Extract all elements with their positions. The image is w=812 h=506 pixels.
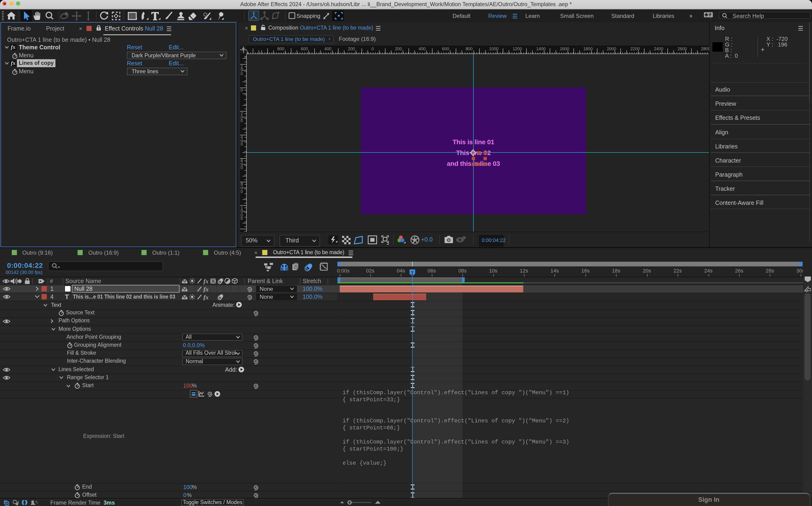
svg-text:#: # xyxy=(50,278,53,284)
svg-text:1: 1 xyxy=(50,285,54,292)
svg-text:This is...e 01 This line 02 an: This is...e 01 This line 02 and this is … xyxy=(73,293,175,300)
svg-text:Parent & Link: Parent & Link xyxy=(248,277,283,284)
svg-text:Source Name: Source Name xyxy=(65,277,101,284)
svg-text:4: 4 xyxy=(50,293,54,300)
svg-text:Stretch: Stretch xyxy=(303,277,321,284)
svg-text:Null 28: Null 28 xyxy=(74,285,93,292)
svg-text:T: T xyxy=(65,293,69,301)
